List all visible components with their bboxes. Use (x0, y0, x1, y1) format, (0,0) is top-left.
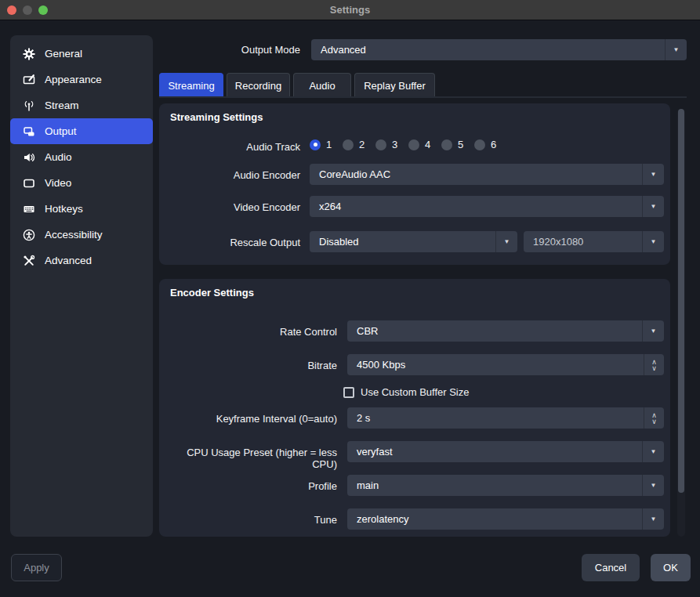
sidebar-item-label: General (45, 48, 82, 60)
gear-icon (22, 47, 35, 60)
section-title: Streaming Settings (170, 111, 263, 123)
audio-encoder-dropdown[interactable]: CoreAudio AAC ▼ (310, 164, 664, 185)
advanced-icon (22, 254, 35, 267)
tab-bar-divider (159, 96, 687, 98)
output-icon (22, 125, 35, 138)
sidebar-item-hotkeys[interactable]: Hotkeys (10, 196, 153, 222)
rescale-output-label: Rescale Output (159, 237, 300, 248)
chevron-down-icon: ▼ (642, 475, 664, 496)
sidebar-item-label: Stream (45, 100, 79, 111)
tab-label: Streaming (168, 80, 214, 92)
audio-track-radio-2[interactable]: 2 (343, 139, 375, 150)
stream-icon (22, 99, 35, 112)
sidebar-item-label: Video (45, 177, 71, 189)
section-title: Encoder Settings (170, 287, 254, 298)
window-title: Settings (330, 4, 370, 16)
streaming-settings-card: Streaming Settings Audio Track 1 2 3 4 5 (159, 103, 670, 265)
tune-dropdown[interactable]: zerolatency ▼ (347, 508, 664, 530)
chevron-down-icon: ▼ (495, 231, 517, 252)
sidebar-item-stream[interactable]: Stream (10, 92, 153, 118)
profile-dropdown[interactable]: main ▼ (347, 475, 664, 496)
audio-track-radio-5[interactable]: 5 (441, 139, 474, 150)
sidebar-item-appearance[interactable]: Appearance (10, 67, 153, 92)
rate-control-dropdown[interactable]: CBR ▼ (347, 320, 664, 342)
keyframe-interval-spinbox[interactable]: 2 s ∧∨ (347, 407, 664, 429)
keyframe-interval-label: Keyframe Interval (0=auto) (159, 413, 337, 425)
radio-selected-icon (310, 139, 321, 150)
audio-icon (22, 150, 35, 164)
minimize-button[interactable] (23, 5, 32, 15)
bitrate-label: Bitrate (159, 360, 337, 371)
close-button[interactable] (7, 5, 16, 15)
audio-track-radio-4[interactable]: 4 (408, 139, 441, 150)
cpu-preset-dropdown[interactable]: veryfast ▼ (347, 441, 664, 462)
sidebar-item-advanced[interactable]: Advanced (10, 248, 153, 273)
rescale-resolution-dropdown[interactable]: 1920x1080 ▼ (524, 231, 664, 252)
profile-label: Profile (159, 480, 337, 492)
tab-label: Replay Buffer (364, 80, 426, 92)
output-mode-value: Advanced (311, 44, 665, 56)
chevron-down-icon: ▼ (642, 196, 664, 217)
tab-replay-buffer[interactable]: Replay Buffer (354, 73, 435, 97)
sidebar-item-audio[interactable]: Audio (10, 144, 153, 170)
ok-button[interactable]: OK (651, 554, 691, 581)
rate-control-label: Rate Control (159, 326, 337, 338)
tune-label: Tune (159, 514, 337, 526)
tab-label: Audio (309, 80, 335, 92)
chevron-down-icon: ▼ (642, 441, 664, 462)
sidebar-item-label: Appearance (45, 74, 102, 85)
tab-audio[interactable]: Audio (293, 73, 351, 97)
spinner-arrows-icon[interactable]: ∧∨ (644, 407, 664, 429)
radio-icon (375, 139, 386, 150)
audio-track-radio-6[interactable]: 6 (474, 139, 507, 150)
radio-icon (408, 139, 419, 150)
custom-buffer-label: Use Custom Buffer Size (361, 386, 469, 398)
audio-track-radio-group: 1 2 3 4 5 6 (310, 139, 507, 150)
audio-track-label: Audio Track (159, 141, 300, 153)
cpu-preset-label: CPU Usage Preset (higher = less CPU) (159, 447, 337, 470)
rescale-output-dropdown[interactable]: Disabled ▼ (310, 231, 517, 252)
radio-icon (441, 139, 452, 150)
sidebar-item-label: Accessibility (45, 229, 103, 241)
chevron-down-icon: ▼ (642, 231, 664, 252)
cancel-button[interactable]: Cancel (582, 554, 640, 581)
output-mode-dropdown[interactable]: Advanced ▼ (311, 39, 687, 60)
audio-track-radio-3[interactable]: 3 (375, 139, 408, 150)
appearance-icon (22, 73, 35, 86)
tab-recording[interactable]: Recording (227, 73, 290, 97)
chevron-down-icon: ▼ (642, 320, 664, 342)
hotkeys-icon (22, 202, 35, 215)
sidebar-item-label: Hotkeys (45, 203, 83, 215)
sidebar-item-output[interactable]: Output (10, 118, 153, 144)
audio-encoder-label: Audio Encoder (159, 169, 300, 181)
tab-label: Recording (235, 80, 281, 92)
settings-window: Settings General (0, 0, 700, 597)
zoom-button[interactable] (38, 5, 48, 15)
checkbox-icon[interactable] (343, 387, 354, 398)
audio-track-radio-1[interactable]: 1 (310, 139, 343, 150)
video-icon (22, 176, 35, 190)
accessibility-icon (22, 228, 35, 241)
sidebar: General Appearance Stream (10, 35, 153, 537)
sidebar-item-accessibility[interactable]: Accessibility (10, 222, 153, 248)
spinner-arrows-icon[interactable]: ∧∨ (644, 354, 664, 375)
radio-icon (474, 139, 485, 150)
video-encoder-label: Video Encoder (159, 201, 300, 213)
chevron-down-icon: ▼ (642, 164, 664, 185)
video-encoder-dropdown[interactable]: x264 ▼ (310, 196, 664, 217)
chevron-down-icon: ▼ (665, 39, 687, 60)
custom-buffer-checkbox-row[interactable]: Use Custom Buffer Size (343, 386, 469, 398)
apply-button[interactable]: Apply (11, 554, 62, 581)
titlebar: Settings (0, 0, 700, 20)
scrollbar-thumb[interactable] (678, 109, 684, 493)
encoder-settings-card: Encoder Settings Rate Control CBR ▼ Bitr… (159, 279, 670, 537)
sidebar-item-label: Output (45, 125, 77, 137)
sidebar-item-label: Audio (45, 151, 72, 163)
output-mode-label: Output Mode (118, 44, 300, 56)
tab-streaming[interactable]: Streaming (159, 73, 223, 97)
chevron-down-icon: ▼ (642, 508, 664, 530)
sidebar-item-video[interactable]: Video (10, 170, 153, 196)
radio-icon (343, 139, 354, 150)
bitrate-spinbox[interactable]: 4500 Kbps ∧∨ (347, 354, 664, 375)
traffic-lights (7, 5, 48, 15)
